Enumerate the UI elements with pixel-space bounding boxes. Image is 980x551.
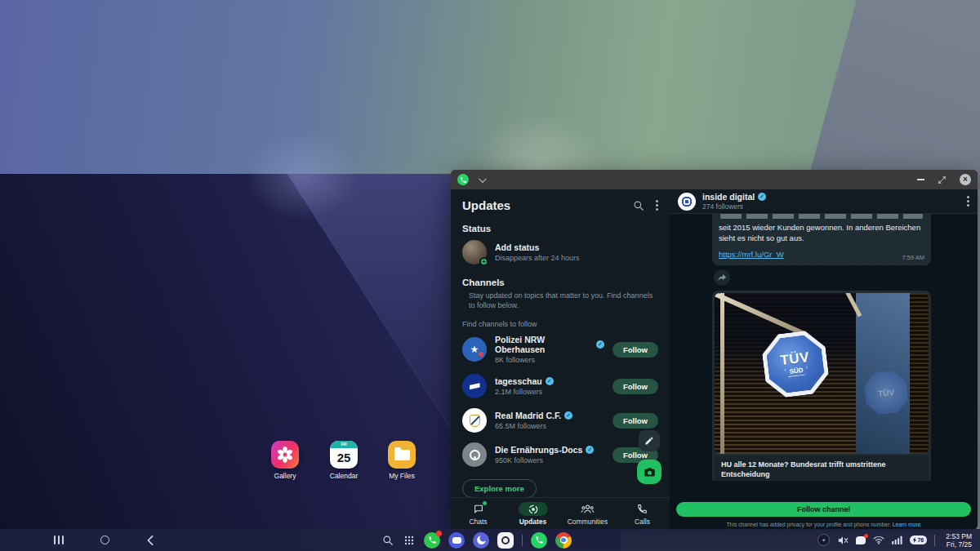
messages-app-icon[interactable] xyxy=(448,532,465,549)
channel-avatar: ★ xyxy=(462,337,487,362)
message-bubble[interactable]: seit 2015 wieder Kunden gewonnen. In and… xyxy=(712,214,931,265)
edit-status-button[interactable] xyxy=(639,430,660,451)
whatsapp-window: × Updates Status xyxy=(451,170,978,530)
channel-name: Polizei NRW Oberhausen xyxy=(495,335,593,354)
internet-app-icon[interactable] xyxy=(473,532,489,549)
channel-row[interactable]: tagesschau✓ 2.1M followers Follow xyxy=(451,369,670,403)
camera-icon xyxy=(644,466,656,478)
my-files-icon[interactable] xyxy=(388,441,416,469)
clock[interactable]: 2:53 PM Fri, 7/25 xyxy=(946,532,972,549)
desktop-icon-label: Calendar xyxy=(318,472,370,480)
follow-button[interactable]: Follow xyxy=(612,342,658,358)
tab-updates[interactable]: Updates xyxy=(506,498,560,530)
close-button[interactable]: × xyxy=(960,174,971,185)
add-status-label: Add status xyxy=(495,242,580,252)
chrome-app-icon[interactable] xyxy=(555,532,572,549)
find-channels-label: Find channels to follow xyxy=(451,312,670,330)
learn-more-link[interactable]: Learn more xyxy=(893,522,921,527)
channel-avatar xyxy=(462,374,487,398)
channels-section-header: Channels xyxy=(451,269,670,291)
message-image-tuv-sued-building[interactable]: TÜV TÜV SÜD xyxy=(715,293,929,454)
taskbar-search-button[interactable] xyxy=(381,534,394,547)
channel-feed[interactable]: seit 2015 wieder Kunden gewonnen. In and… xyxy=(670,214,978,481)
my-status-avatar[interactable]: + xyxy=(462,240,487,264)
calendar-weekday: FRI xyxy=(330,441,358,448)
channel-header[interactable]: inside digital✓ 274 followers xyxy=(670,189,978,214)
communities-icon xyxy=(581,504,595,514)
clipped-text-line xyxy=(720,214,923,219)
chats-badge xyxy=(482,500,488,506)
gallery-icon[interactable] xyxy=(271,441,299,469)
privacy-note: This channel has added privacy for your … xyxy=(670,522,978,527)
updates-panel: Updates Status + Add stat xyxy=(451,189,670,530)
explore-more-button[interactable]: Explore more xyxy=(462,479,537,498)
desktop-icon-gallery[interactable]: Gallery xyxy=(259,441,311,480)
cellular-signal-icon[interactable] xyxy=(892,535,902,544)
follow-channel-button[interactable]: Follow channel xyxy=(676,502,971,517)
desktop-icon-my-files[interactable]: My Files xyxy=(376,441,428,480)
forward-button[interactable] xyxy=(714,269,730,286)
calendar-icon[interactable]: FRI 25 xyxy=(330,441,358,469)
channel-followers: 950K followers xyxy=(495,456,594,464)
notification-badge xyxy=(436,531,442,536)
channel-name: Die Ernährungs-Docs xyxy=(495,445,582,455)
message-bubble[interactable]: TÜV TÜV SÜD HU alle 12 Monate? Bundesrat… xyxy=(712,291,931,481)
phone-app-icon[interactable] xyxy=(424,532,440,549)
whatsapp-app-icon[interactable] xyxy=(531,532,547,549)
follow-button[interactable]: Follow xyxy=(612,379,658,394)
channels-description: Stay updated on topics that matter to yo… xyxy=(451,291,670,312)
channel-followers: 2.1M followers xyxy=(495,388,554,396)
bottom-tab-bar: Chats Updates xyxy=(451,497,670,530)
chat-notification-icon[interactable] xyxy=(856,536,866,544)
wallpaper-glow xyxy=(245,131,359,220)
wifi-icon[interactable] xyxy=(873,535,884,544)
tab-communities[interactable]: Communities xyxy=(560,498,615,530)
add-status-row[interactable]: + Add status Disappears after 24 hours xyxy=(451,237,670,269)
camera-status-button[interactable] xyxy=(637,460,662,484)
channel-avatar xyxy=(462,408,487,433)
whatsapp-app-icon xyxy=(457,174,469,185)
channel-row[interactable]: Real Madrid C.F.✓ 65.5M followers Follow xyxy=(451,403,670,438)
notification-badge xyxy=(864,534,868,538)
channel-followers: 65.5M followers xyxy=(495,422,572,430)
folder-glyph xyxy=(394,450,410,460)
pencil-icon xyxy=(644,436,654,446)
clock-date: Fri, 7/25 xyxy=(946,540,972,549)
home-button[interactable] xyxy=(98,534,111,547)
desktop-icon-label: Gallery xyxy=(259,472,311,480)
battery-indicator[interactable]: 76 xyxy=(910,535,927,544)
updates-icon xyxy=(528,504,539,515)
message-link[interactable]: https://mrf.lu/Gr_W xyxy=(719,250,784,259)
desktop: Gallery FRI 25 Calendar My Files × xyxy=(0,0,980,551)
camera-app-icon[interactable] xyxy=(497,532,514,549)
channel-avatar[interactable] xyxy=(678,193,696,211)
chevron-down-icon[interactable] xyxy=(479,175,487,183)
link-preview[interactable]: HU alle 12 Monate? Bundesrat trifft umst… xyxy=(715,455,929,481)
follow-button[interactable]: Follow xyxy=(612,413,658,429)
channel-followers: 8K followers xyxy=(495,356,604,364)
tab-chats[interactable]: Chats xyxy=(451,498,506,530)
volume-muted-icon[interactable] xyxy=(837,535,849,545)
verified-icon: ✓ xyxy=(758,193,766,201)
minimize-button[interactable] xyxy=(917,179,924,180)
back-button[interactable] xyxy=(144,534,157,547)
verified-icon: ✓ xyxy=(596,340,604,349)
maximize-button[interactable] xyxy=(938,176,947,184)
channel-menu-icon[interactable] xyxy=(967,196,969,207)
add-status-plus-icon: + xyxy=(479,257,488,266)
channel-row[interactable]: ★ Polizei NRW Oberhausen✓ 8K followers F… xyxy=(451,330,670,369)
recents-button[interactable] xyxy=(52,534,65,547)
desktop-icon-calendar[interactable]: FRI 25 Calendar xyxy=(318,441,370,480)
capture-icon[interactable]: ⌖ xyxy=(817,534,830,546)
window-titlebar[interactable]: × xyxy=(451,170,978,189)
verified-icon: ✓ xyxy=(546,377,554,385)
search-icon[interactable] xyxy=(633,200,644,211)
verified-icon: ✓ xyxy=(564,411,572,420)
window-frame xyxy=(720,293,724,454)
more-menu-icon[interactable] xyxy=(656,200,658,211)
tab-calls[interactable]: Calls xyxy=(615,498,670,530)
channel-name: inside digital xyxy=(702,192,755,202)
calendar-day: 25 xyxy=(330,448,358,467)
all-apps-button[interactable] xyxy=(403,534,416,547)
clock-time: 2:53 PM xyxy=(946,532,972,540)
